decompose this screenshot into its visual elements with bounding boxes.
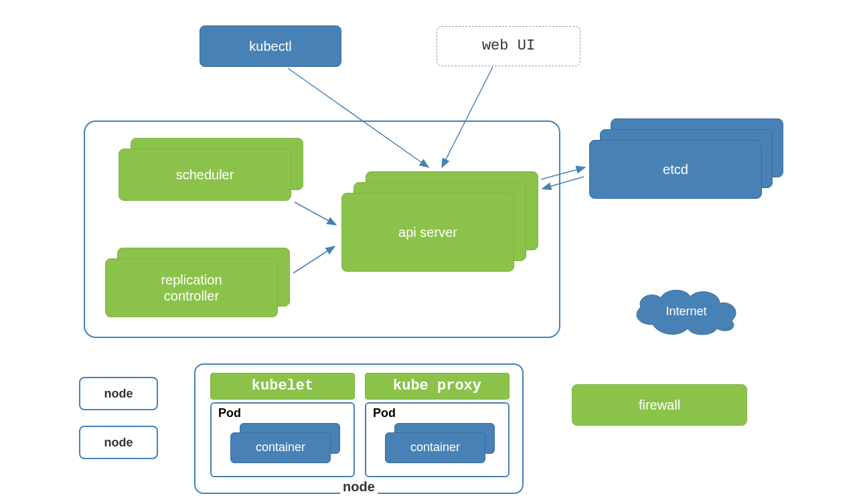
node-small-2: node — [79, 426, 158, 459]
repl-ctrl-box: replication controller — [105, 258, 278, 317]
container-2-box: container — [385, 432, 485, 463]
node-small-1: node — [79, 377, 158, 410]
webui-box: web UI — [437, 26, 580, 66]
apiserver-label: api server — [398, 224, 457, 240]
pod-1-label: Pod — [218, 406, 241, 420]
kubectl-label: kubectl — [249, 38, 291, 54]
node-small-2-label: node — [104, 436, 133, 450]
internet-label: Internet — [626, 305, 747, 319]
container-1-label: container — [256, 440, 305, 455]
internet-cloud: Internet — [626, 284, 747, 338]
node-big-label: node — [340, 479, 378, 495]
etcd-box: etcd — [589, 140, 762, 199]
kubelet-label: kubelet — [252, 377, 313, 395]
scheduler-box: scheduler — [119, 149, 291, 201]
container-2-label: container — [410, 440, 460, 455]
container-1-box: container — [230, 432, 331, 463]
repl-ctrl-label: replication controller — [161, 272, 222, 304]
kube-proxy-label: kube proxy — [393, 377, 481, 395]
kubelet-box: kubelet — [210, 373, 355, 400]
etcd-label: etcd — [663, 161, 688, 177]
scheduler-label: scheduler — [176, 167, 234, 183]
kube-proxy-box: kube proxy — [365, 373, 510, 400]
kubectl-box: kubectl — [200, 25, 341, 67]
apiserver-box: api server — [341, 193, 514, 272]
firewall-label: firewall — [639, 397, 680, 413]
firewall-box: firewall — [572, 384, 747, 426]
node-small-1-label: node — [104, 387, 133, 401]
pod-2-label: Pod — [373, 406, 396, 420]
webui-label: web UI — [482, 37, 535, 55]
